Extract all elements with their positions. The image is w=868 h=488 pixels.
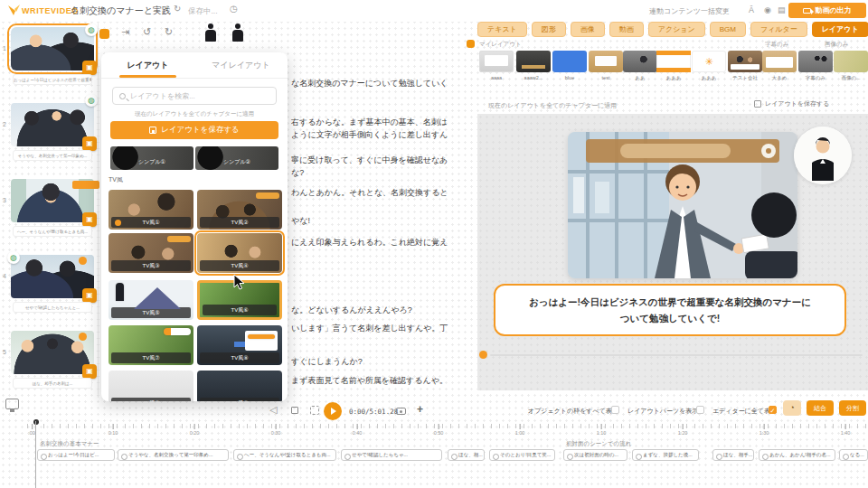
timeline-segment-4[interactable]: せやで!確認したらちゃ... [341,449,442,461]
globe-badge-icon[interactable]: ◍ [85,94,98,107]
presenter-avatar[interactable] [794,127,852,184]
scene-main-image[interactable] [568,132,797,278]
bulk-content-label[interactable]: 連動コンテンツ一括変更 [649,6,730,16]
character-2-icon[interactable] [231,23,244,42]
scene-thumbnail-1[interactable]: ◍ ▣ [11,27,94,70]
my-layout-image-only[interactable] [834,51,868,72]
timeline-ruler[interactable] [27,424,866,428]
subtitle-bubble[interactable]: おっはよー!今日はビジネスの世界で超重要な名刺交換のマナーについて勉強していくで… [494,284,846,336]
layout-item-tv-8[interactable]: TV風⑧ [197,325,282,365]
record-camera-icon[interactable] [396,408,406,415]
layout-item-tv-3[interactable]: TV風③ [108,233,193,273]
progress-dot[interactable] [479,351,487,359]
voice-icon[interactable]: ◉ [764,5,771,14]
layout-item-tv-6[interactable]: TV風⑥ [197,280,282,320]
timeline-segment-10[interactable]: あかん、あかん!相手の名... [759,449,835,461]
merge-button[interactable]: 結合 [807,400,834,416]
globe-badge-icon[interactable]: ◍ [85,23,98,36]
chapter-title-1[interactable]: 名刺交換の基本マナー [40,440,99,448]
export-video-button[interactable]: 動画の出力 [788,3,866,18]
popup-tab-layout[interactable]: レイアウト [101,52,194,78]
timeline-segment-7[interactable]: 次は初対面の時の... [563,449,627,461]
tab-text[interactable]: テキスト [477,22,527,37]
tab-bgm[interactable]: BGM [710,22,746,37]
save-layout-link[interactable]: レイアウトを保存する [754,99,829,108]
scene-thumbnail-3[interactable]: ▣ [11,179,94,222]
my-layout-aaa-bars[interactable] [656,51,691,72]
redo-icon[interactable]: ↻ [165,26,173,38]
save-layout-button[interactable]: レイアウトを保存する [110,121,278,139]
timeline-segment-6[interactable]: そのとおり!目見て笑... [489,449,555,461]
layout-item-tv-1[interactable]: TV風① [108,190,193,230]
my-layout-aaa-sparkle[interactable]: ✳ [692,51,726,72]
layout-item-tv-4-selected[interactable]: TV風④ [197,233,282,273]
timeline-segment-8[interactable]: まずな、挨拶した後... [632,449,699,461]
my-layout-subtitle-only[interactable] [798,51,833,72]
layout-search-box[interactable] [112,87,277,105]
monitor-icon[interactable] [5,399,19,409]
apply-all-chapters-link[interactable]: 現在のレイアウトを全てのチャプターに適用 [488,101,617,110]
my-layout-blue[interactable] [552,51,587,72]
layout-item-simple-1[interactable]: シンプル① [110,146,193,170]
refresh-icon[interactable]: ↻ [174,5,181,14]
my-layout-aaaa[interactable] [479,51,514,72]
layout-search-input[interactable] [130,92,266,100]
apply-all-chapters-link[interactable]: 現在のレイアウトを全てのチャプターに適用 [101,110,288,118]
snap-icon[interactable]: ⇥ [121,26,129,38]
scene-layout-button[interactable]: ▣ [82,364,97,379]
character-1-icon[interactable] [204,23,217,42]
play-button[interactable] [324,402,342,420]
toggle-editor-all-checkbox[interactable]: ✓ [769,406,777,414]
loop-icon[interactable] [310,406,319,415]
chapter-title-2[interactable]: 初対面のシーンでの流れ [566,440,631,448]
scene-layout-button[interactable]: ▣ [82,212,97,227]
layout-item-tv-5[interactable]: TV風⑤ [108,280,193,320]
layout-item-simple-2[interactable]: シンプル② [195,146,278,170]
scene-layout-button[interactable]: ▣ [82,288,97,303]
timeline-segment-3[interactable]: へー、そうなんや!受け取るときも両... [233,449,336,461]
undo-icon[interactable]: ↺ [143,26,151,38]
layout-anchor-icon[interactable] [99,29,109,39]
volume-icon[interactable]: ◁ [269,405,277,414]
my-layout-test-company[interactable] [728,51,762,72]
stop-icon[interactable] [291,407,298,414]
layout-item-tv-10[interactable]: TV風⑩ [197,371,282,401]
scene-thumbnail-4[interactable]: ◍ ▣ [11,255,94,298]
layout-item-tv-9[interactable]: TV風⑨ [108,371,193,401]
history-clock-icon[interactable]: ◷ [230,5,238,14]
scene-thumbnail-5[interactable]: ▣ [11,331,94,374]
timeline-segment-11[interactable]: なる... [839,449,868,461]
progress-line[interactable] [490,354,863,356]
timeline-segment-9[interactable]: ほな、相手... [712,449,754,461]
scene-layout-button[interactable]: ▣ [82,61,97,75]
timeline-segment-2[interactable]: そうやな、名刺交換って第一印象め... [118,449,229,461]
timeline-segment-1[interactable]: おっはよー!今日はビ... [37,449,115,461]
scene-layout-button[interactable]: ▣ [82,136,97,151]
globe-badge-icon[interactable]: ◍ [7,251,20,264]
playhead-handle[interactable] [33,419,39,425]
tab-action[interactable]: アクション [648,22,705,37]
tab-image[interactable]: 画像 [571,22,605,37]
preview-icon-button[interactable]: ◔ [783,400,801,416]
scene-thumbnail-2[interactable]: ◍ ▣ [11,103,94,146]
my-layout-test[interactable] [589,51,623,72]
move-tool-icon[interactable]: + [417,403,423,416]
my-layout-aaaw2[interactable] [516,51,551,72]
my-layout-large[interactable] [762,51,797,72]
tab-shape[interactable]: 図形 [532,22,566,37]
project-title[interactable]: 名刺交換のマナーと実践 [71,5,171,17]
guide-book-icon[interactable]: ▤ [778,5,786,14]
toggle-layout-parts-checkbox[interactable] [696,406,704,414]
layout-item-tv-7[interactable]: TV風⑦ [108,325,193,365]
popup-tab-mylayout[interactable]: マイレイアウト [194,52,288,78]
my-layout-aa[interactable] [623,51,657,72]
tab-video[interactable]: 動画 [609,22,644,37]
toggle-object-frames-checkbox[interactable] [611,406,619,414]
layout-item-tv-2[interactable]: TV風② [197,190,282,230]
panel-anchor-icon[interactable] [467,40,475,48]
tab-filter[interactable]: フィルター [750,22,807,37]
tab-layout-active[interactable]: レイアウト [812,22,868,37]
timeline-segment-5[interactable]: ほな、相... [448,449,485,461]
split-button[interactable]: 分割 [839,400,866,416]
translate-icon[interactable]: Â [749,5,754,14]
